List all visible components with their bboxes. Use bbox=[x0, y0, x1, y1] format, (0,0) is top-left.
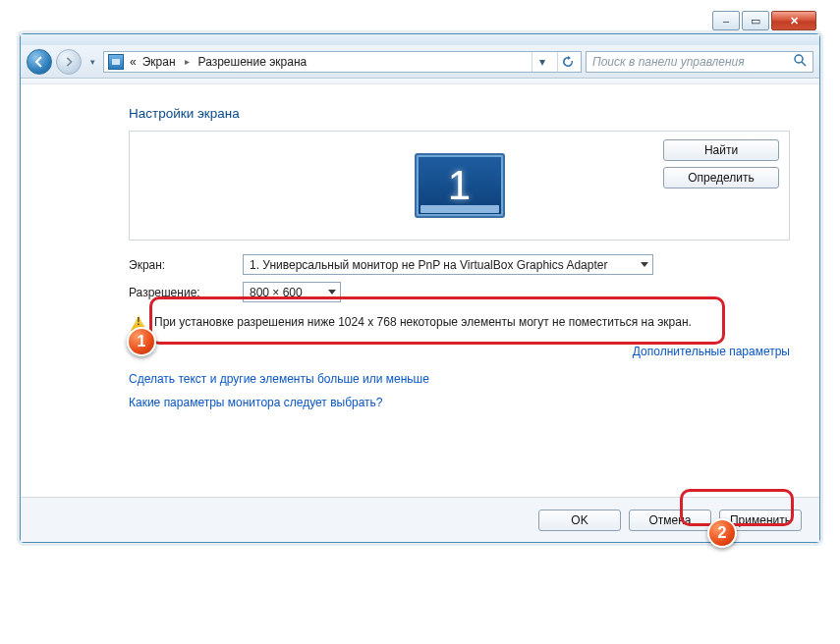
breadcrumb-prefix: « bbox=[130, 55, 137, 69]
resolution-label: Разрешение: bbox=[129, 286, 235, 299]
refresh-button[interactable] bbox=[557, 52, 577, 72]
find-button[interactable]: Найти bbox=[663, 139, 779, 161]
screen-select[interactable]: 1. Универсальный монитор не PnP на Virtu… bbox=[243, 254, 653, 275]
address-dropdown[interactable]: ▾ bbox=[532, 52, 551, 72]
maximize-button[interactable]: ▭ bbox=[742, 11, 769, 30]
resolution-select[interactable]: 800 × 600 bbox=[243, 282, 341, 302]
search-box[interactable]: Поиск в панели управления bbox=[586, 51, 813, 73]
resolution-select-value: 800 × 600 bbox=[250, 286, 303, 299]
search-placeholder: Поиск в панели управления bbox=[592, 55, 745, 69]
screen-select-value: 1. Универсальный монитор не PnP на Virtu… bbox=[250, 258, 607, 272]
monitor-thumbnail[interactable]: 1 bbox=[415, 153, 505, 218]
breadcrumb-screen[interactable]: Экран bbox=[142, 55, 176, 69]
navbar: ▾ « Экран ▸ Разрешение экрана ▾ Поиск в … bbox=[21, 45, 819, 79]
nav-back-button[interactable] bbox=[27, 49, 52, 75]
detect-button[interactable]: Определить bbox=[663, 167, 779, 188]
cancel-button[interactable]: Отмена bbox=[629, 510, 711, 531]
svg-line-1 bbox=[802, 62, 806, 66]
warning-text: При установке разрешения ниже 1024 х 768… bbox=[154, 314, 692, 330]
advanced-settings-link[interactable]: Дополнительные параметры bbox=[633, 345, 790, 358]
svg-point-0 bbox=[795, 55, 803, 63]
monitor-number: 1 bbox=[448, 162, 471, 209]
nav-history-dropdown[interactable]: ▾ bbox=[85, 52, 99, 72]
main-content: Настройки экрана Найти Определить 1 Экра… bbox=[21, 84, 819, 497]
titlebar[interactable] bbox=[21, 34, 819, 45]
breadcrumb-resolution[interactable]: Разрешение экрана bbox=[198, 55, 308, 69]
ok-button[interactable]: OK bbox=[538, 510, 621, 531]
callout-badge-1: 1 bbox=[127, 327, 156, 356]
resolution-warning: При установке разрешения ниже 1024 х 768… bbox=[129, 310, 790, 335]
control-panel-window: ▾ « Экран ▸ Разрешение экрана ▾ Поиск в … bbox=[20, 33, 820, 543]
display-icon bbox=[108, 54, 124, 70]
address-bar[interactable]: « Экран ▸ Разрешение экрана ▾ bbox=[103, 51, 582, 73]
search-icon[interactable] bbox=[793, 53, 807, 70]
display-preview-box: Найти Определить 1 bbox=[129, 131, 790, 241]
close-button[interactable]: ✕ bbox=[771, 11, 816, 30]
chevron-right-icon: ▸ bbox=[182, 56, 193, 67]
dialog-footer: OK Отмена Применить bbox=[21, 497, 819, 542]
callout-badge-2: 2 bbox=[707, 518, 737, 548]
text-size-link[interactable]: Сделать текст и другие элементы больше и… bbox=[129, 372, 790, 386]
minimize-button[interactable]: – bbox=[712, 11, 740, 30]
screen-label: Экран: bbox=[129, 258, 235, 272]
page-title: Настройки экрана bbox=[129, 106, 790, 121]
monitor-help-link[interactable]: Какие параметры монитора следует выбрать… bbox=[129, 396, 790, 409]
nav-forward-button[interactable] bbox=[56, 49, 82, 75]
